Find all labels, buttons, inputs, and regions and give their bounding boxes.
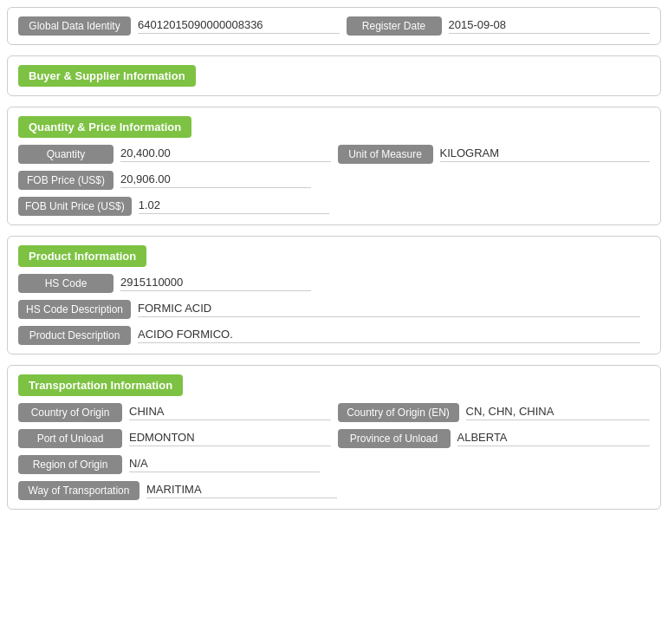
hs-code-row: HS Code 2915110000 [18, 274, 650, 293]
hs-desc-row: HS Code Description FORMIC ACID [18, 300, 650, 319]
hs-code-value: 2915110000 [120, 276, 311, 291]
register-date-value: 2015-09-08 [449, 18, 651, 34]
register-date-label: Register Date [347, 16, 442, 36]
fob-unit-label: FOB Unit Price (US$) [18, 197, 132, 216]
port-unload-row: Port of Unload EDMONTON Province of Unlo… [18, 429, 650, 448]
quantity-label: Quantity [18, 145, 113, 164]
unit-value: KILOGRAM [440, 146, 651, 162]
hs-desc-label: HS Code Description [18, 300, 131, 319]
fob-price-row: FOB Price (US$) 20,906.00 [18, 171, 650, 190]
transportation-card: Transportation Information Country of Or… [7, 365, 661, 510]
way-transport-value: MARITIMA [146, 483, 337, 498]
region-origin-label: Region of Origin [18, 455, 122, 474]
product-header: Product Information [18, 245, 146, 267]
country-origin-label: Country of Origin [18, 403, 122, 422]
country-origin-col: Country of Origin CHINA [18, 403, 331, 422]
province-unload-value: ALBERTA [457, 431, 651, 446]
port-unload-col: Port of Unload EDMONTON [18, 429, 331, 448]
global-data-value: 64012015090000008336 [138, 18, 340, 34]
unit-label: Unit of Measure [338, 145, 433, 164]
product-card: Product Information HS Code 2915110000 H… [7, 236, 661, 355]
hs-desc-value: FORMIC ACID [138, 302, 640, 317]
quantity-price-header: Quantity & Price Information [18, 116, 191, 138]
hs-code-label: HS Code [18, 274, 113, 293]
port-unload-label: Port of Unload [18, 429, 122, 448]
quantity-col: Quantity 20,400.00 [18, 145, 331, 164]
transportation-header: Transportation Information [18, 374, 183, 396]
identity-row: Global Data Identity 6401201509000000833… [18, 16, 650, 36]
prod-desc-row: Product Description ACIDO FORMICO. [18, 326, 650, 345]
way-transport-label: Way of Transportation [18, 481, 139, 500]
prod-desc-label: Product Description [18, 326, 131, 345]
fob-unit-row: FOB Unit Price (US$) 1.02 [18, 197, 650, 216]
page-wrapper: Global Data Identity 6401201509000000833… [0, 0, 668, 527]
country-origin-value: CHINA [129, 405, 331, 420]
global-data-label: Global Data Identity [18, 16, 131, 36]
country-origin-row: Country of Origin CHINA Country of Origi… [18, 403, 650, 422]
fob-price-label: FOB Price (US$) [18, 171, 113, 190]
identity-card: Global Data Identity 6401201509000000833… [7, 7, 661, 45]
quantity-value: 20,400.00 [120, 146, 331, 162]
region-origin-row: Region of Origin N/A [18, 455, 650, 474]
quantity-price-card: Quantity & Price Information Quantity 20… [7, 107, 661, 225]
province-unload-col: Province of Unload ALBERTA [338, 429, 651, 448]
unit-col: Unit of Measure KILOGRAM [338, 145, 651, 164]
prod-desc-value: ACIDO FORMICO. [138, 328, 640, 343]
quantity-row: Quantity 20,400.00 Unit of Measure KILOG… [18, 145, 650, 164]
buyer-supplier-card: Buyer & Supplier Information [7, 55, 661, 96]
fob-price-value: 20,906.00 [120, 172, 311, 188]
way-transport-row: Way of Transportation MARITIMA [18, 481, 650, 500]
country-origin-en-col: Country of Origin (EN) CN, CHN, CHINA [338, 403, 651, 422]
province-unload-label: Province of Unload [338, 429, 451, 448]
fob-unit-value: 1.02 [139, 198, 329, 214]
country-origin-en-value: CN, CHN, CHINA [466, 405, 651, 420]
region-origin-value: N/A [129, 457, 320, 472]
port-unload-value: EDMONTON [129, 431, 331, 446]
buyer-supplier-header: Buyer & Supplier Information [18, 65, 196, 87]
country-origin-en-label: Country of Origin (EN) [338, 403, 459, 422]
